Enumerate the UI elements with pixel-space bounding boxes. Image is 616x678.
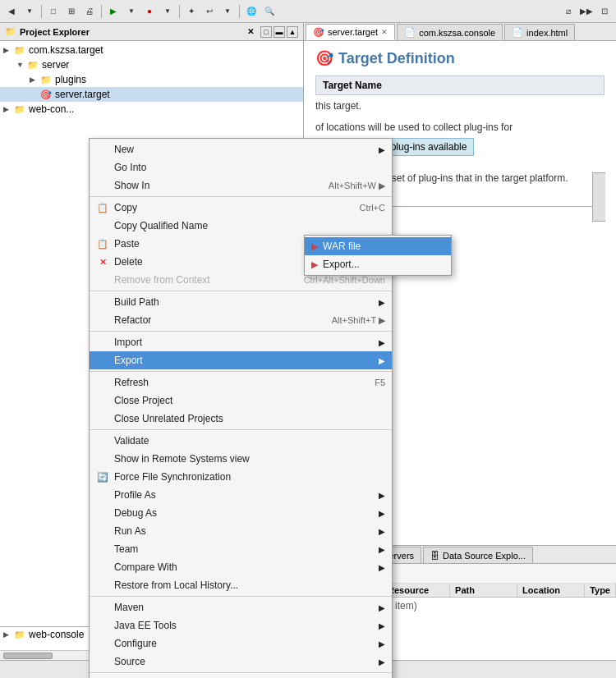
submenu-item-export[interactable]: ▶ Export... [305, 255, 451, 273]
tree-item-plugins[interactable]: ▶ 📁 plugins [0, 72, 303, 87]
toolbar-debug[interactable]: ● [141, 3, 158, 20]
tab-index-html[interactable]: 📄 index.html [504, 24, 575, 40]
tab-console-icon: 📄 [404, 27, 416, 38]
bottom-tab-data-source[interactable]: 🗄 Data Source Explo... [423, 547, 533, 563]
locations-info: of locations will be used to collect plu… [315, 121, 605, 133]
toolbar-back-arrow[interactable]: ▼ [21, 3, 38, 20]
menu-item-compare-with[interactable]: Compare With ▶ [90, 558, 392, 576]
tree-label: server.target [55, 89, 110, 100]
tree-item-com-kszsa-target[interactable]: ▶ 📁 com.kszsa.target [0, 43, 303, 57]
menu-item-properties[interactable]: Properties Alt+Enter [90, 675, 392, 678]
menu-item-validate[interactable]: Validate [90, 432, 392, 450]
java-ee-tools-icon [96, 619, 109, 632]
menu-item-close-unrelated[interactable]: Close Unrelated Projects [90, 410, 392, 428]
tree-label: plugins [55, 74, 86, 85]
menu-item-maven[interactable]: Maven ▶ [90, 598, 392, 616]
delete-icon: ✕ [96, 255, 109, 268]
menu-item-build-path[interactable]: Build Path ▶ [90, 293, 392, 311]
menu-item-configure[interactable]: Configure ▶ [90, 634, 392, 653]
toolbar-run-arrow[interactable]: ▼ [123, 3, 140, 20]
main-toolbar: ◀ ▼ □ ⊞ 🖨 ▶ ▼ ● ▼ ✦ ↩ ▼ 🌐 🔍 ⧄ ▶▶ ⊡ [0, 0, 616, 23]
menu-label: Import [114, 337, 374, 348]
maven-icon [96, 601, 109, 614]
toolbar-save-all[interactable]: ⊞ [63, 3, 80, 20]
menu-item-restore-history[interactable]: Restore from Local History... [90, 576, 392, 594]
menu-item-source[interactable]: Source ▶ [90, 653, 392, 671]
menu-item-refresh[interactable]: Refresh F5 [90, 373, 392, 392]
menu-item-profile-as[interactable]: Profile As ▶ [90, 486, 392, 504]
menu-item-run-as[interactable]: Run As ▶ [90, 522, 392, 540]
menu-item-team[interactable]: Team ▶ [90, 540, 392, 558]
menu-label: Restore from Local History... [114, 580, 385, 591]
toolbar-back[interactable]: ◀ [3, 3, 20, 20]
menu-label: Go Into [114, 162, 385, 173]
toolbar-print[interactable]: 🖨 [81, 3, 98, 20]
menu-item-refactor[interactable]: Refactor Alt+Shift+T ▶ [90, 311, 392, 329]
menu-label: Profile As [114, 489, 374, 501]
submenu-item-war-file[interactable]: ▶ WAR file [305, 237, 451, 255]
tree-label: server [42, 59, 69, 71]
minimize-button[interactable]: ▬ [274, 26, 285, 38]
menu-item-go-into[interactable]: Go Into [90, 158, 392, 176]
menu-item-show-in[interactable]: Show In Alt+Shift+W ▶ [90, 176, 392, 195]
paste-icon: 📋 [96, 237, 109, 250]
menu-item-new[interactable]: New ▶ [90, 140, 392, 158]
force-sync-icon: 🔄 [96, 470, 109, 483]
menu-label: Close Unrelated Projects [114, 413, 385, 424]
toolbar-ext2[interactable]: ↩ [201, 3, 218, 20]
menu-item-force-sync[interactable]: 🔄 Force File Synchronization [90, 468, 392, 486]
team-icon [96, 543, 109, 556]
submenu-arrow: ▶ [379, 338, 385, 347]
menu-item-copy-qualified[interactable]: Copy Qualified Name [90, 217, 392, 235]
tree-item-web-console[interactable]: ▶ 📁 web-con... [0, 102, 303, 117]
menu-item-show-remote[interactable]: Show in Remote Systems view [90, 450, 392, 468]
side-button[interactable] [592, 172, 605, 222]
menu-separator [90, 596, 392, 597]
submenu-arrow: ▶ [379, 145, 385, 154]
toolbar-save[interactable]: □ [45, 3, 62, 20]
scrollbar-thumb[interactable] [3, 653, 53, 659]
toolbar-right1[interactable]: ⧄ [560, 3, 577, 20]
toolbar-ext1[interactable]: ✦ [183, 3, 200, 20]
target-icon: 🎯 [39, 88, 53, 101]
menu-separator [90, 371, 392, 372]
maximize-button[interactable]: ▲ [287, 26, 298, 38]
tab-label: server.target [328, 27, 378, 37]
menu-item-java-ee-tools[interactable]: Java EE Tools ▶ [90, 616, 392, 634]
toolbar-right3[interactable]: ⊡ [596, 3, 613, 20]
tree-item-server[interactable]: ▼ 📁 server [0, 57, 303, 72]
separator4 [239, 5, 240, 18]
toolbar-debug-arrow[interactable]: ▼ [159, 3, 176, 20]
submenu-arrow: ▶ [379, 563, 385, 572]
menu-label: Refactor [114, 314, 327, 326]
tab-console[interactable]: 📄 com.kszsa.console [397, 24, 503, 40]
folder-icon: 📁 [26, 58, 39, 71]
toolbar-right2[interactable]: ▶▶ [578, 3, 595, 20]
submenu-arrow: ▶ [379, 298, 385, 307]
tab-close-button[interactable]: ✕ [381, 28, 388, 36]
toolbar-ext2-arrow[interactable]: ▼ [219, 3, 236, 20]
tab-server-target[interactable]: 🎯 server.target ✕ [306, 24, 395, 40]
toolbar-search[interactable]: 🔍 [261, 3, 278, 20]
menu-item-copy[interactable]: 📋 Copy Ctrl+C [90, 199, 392, 217]
close-panel-button[interactable]: ✕ [247, 27, 254, 36]
submenu-arrow: ▶ [379, 639, 385, 648]
target-definition-heading: Target Definition [338, 50, 455, 67]
menu-separator [90, 331, 392, 332]
menu-item-import[interactable]: Import ▶ [90, 333, 392, 351]
run-as-icon [96, 525, 109, 538]
menu-item-close-project[interactable]: Close Project [90, 392, 392, 410]
menu-label: Refresh [114, 377, 370, 388]
folder-icon: 📁 [5, 26, 16, 37]
menu-item-debug-as[interactable]: Debug As ▶ [90, 504, 392, 522]
toolbar-globe[interactable]: 🌐 [243, 3, 260, 20]
menu-item-export[interactable]: Export ▶ [90, 351, 392, 369]
folder-icon: 📁 [13, 628, 26, 641]
tree-arrow: ▶ [30, 76, 39, 84]
close-unrelated-icon [96, 412, 109, 425]
toolbar-run[interactable]: ▶ [105, 3, 122, 20]
import-icon [96, 336, 109, 349]
menu-separator [90, 429, 392, 430]
collapse-button[interactable]: □ [260, 26, 272, 38]
tree-item-server-target[interactable]: ▶ 🎯 server.target [0, 87, 303, 102]
